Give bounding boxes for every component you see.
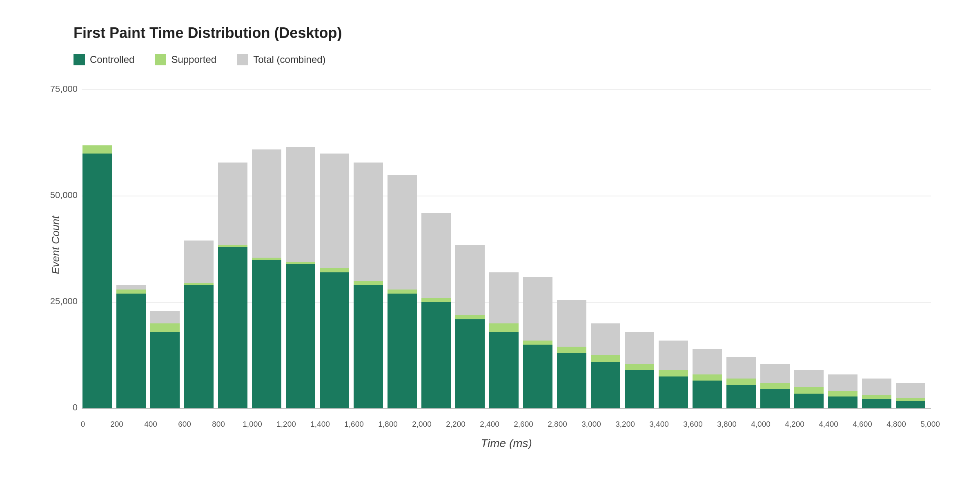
bar-controlled-0 (82, 154, 112, 408)
x-tick-1600: 1,600 (344, 420, 364, 428)
x-tick-4000: 4,000 (751, 420, 771, 428)
x-tick-3400: 3,400 (649, 420, 669, 428)
x-tick-1400: 1,400 (310, 420, 330, 428)
y-axis-label: Event Count (49, 215, 62, 274)
bar-controlled-8 (354, 285, 383, 408)
x-tick-800: 800 (212, 420, 225, 428)
bar-controlled-2 (150, 332, 180, 408)
total-swatch (237, 54, 248, 65)
x-tick-5000: 5,000 (920, 420, 940, 428)
legend-item-supported: Supported (155, 54, 216, 65)
bar-controlled-14 (557, 353, 586, 408)
x-tick-3600: 3,600 (683, 420, 703, 428)
bar-controlled-9 (388, 294, 417, 408)
bar-controlled-10 (421, 302, 451, 408)
x-tick-3200: 3,200 (615, 420, 635, 428)
x-tick-2000: 2,000 (412, 420, 432, 428)
x-tick-1000: 1,000 (243, 420, 262, 428)
x-tick-4800: 4,800 (886, 420, 906, 428)
x-tick-400: 400 (144, 420, 157, 428)
bar-controlled-12 (489, 332, 519, 408)
legend-label-total: Total (combined) (253, 54, 325, 65)
chart-container: First Paint Time Distribution (Desktop) … (0, 0, 980, 490)
bar-controlled-17 (659, 376, 688, 408)
controlled-swatch (74, 54, 85, 65)
y-tick-25000: 25,000 (50, 296, 78, 306)
x-tick-0: 0 (81, 420, 85, 428)
bar-controlled-19 (726, 385, 756, 408)
x-tick-2200: 2,200 (446, 420, 466, 428)
bar-controlled-13 (523, 345, 552, 408)
x-axis-label: Time (ms) (481, 437, 532, 449)
bar-controlled-16 (625, 370, 654, 408)
bar-controlled-18 (693, 381, 722, 408)
chart-title: First Paint Time Distribution (Desktop) (74, 24, 947, 42)
bar-controlled-7 (320, 272, 349, 408)
bar-controlled-6 (286, 264, 315, 408)
x-tick-3800: 3,800 (717, 420, 737, 428)
legend-label-controlled: Controlled (90, 54, 134, 65)
bar-controlled-23 (862, 399, 891, 408)
x-tick-2600: 2,600 (514, 420, 533, 428)
legend: Controlled Supported Total (combined) (74, 54, 947, 65)
bar-controlled-21 (794, 394, 824, 408)
bar-controlled-15 (591, 362, 620, 408)
legend-label-supported: Supported (171, 54, 216, 65)
chart-area: 75,000 50,000 25,000 0 Event Count (49, 82, 947, 451)
x-tick-4400: 4,400 (819, 420, 838, 428)
x-tick-600: 600 (178, 420, 191, 428)
x-tick-200: 200 (110, 420, 123, 428)
x-tick-4200: 4,200 (785, 420, 804, 428)
y-tick-50000: 50,000 (50, 190, 78, 200)
y-tick-75000: 75,000 (50, 84, 78, 94)
histogram-svg: 75,000 50,000 25,000 0 Event Count (49, 82, 947, 449)
bar-controlled-22 (828, 396, 858, 408)
supported-swatch (155, 54, 166, 65)
bar-controlled-11 (455, 319, 485, 408)
x-tick-1800: 1,800 (378, 420, 398, 428)
bar-controlled-1 (116, 294, 146, 408)
bar-controlled-5 (252, 260, 281, 408)
x-tick-4600: 4,600 (853, 420, 872, 428)
x-tick-3000: 3,000 (581, 420, 601, 428)
x-tick-2800: 2,800 (548, 420, 567, 428)
bar-controlled-3 (184, 285, 214, 408)
bar-controlled-20 (760, 389, 790, 408)
y-tick-0: 0 (73, 402, 78, 412)
legend-item-controlled: Controlled (74, 54, 134, 65)
legend-item-total: Total (combined) (237, 54, 325, 65)
bar-controlled-4 (218, 247, 247, 408)
x-tick-2400: 2,400 (480, 420, 499, 428)
bar-controlled-24 (896, 401, 925, 408)
x-tick-1200: 1,200 (276, 420, 296, 428)
